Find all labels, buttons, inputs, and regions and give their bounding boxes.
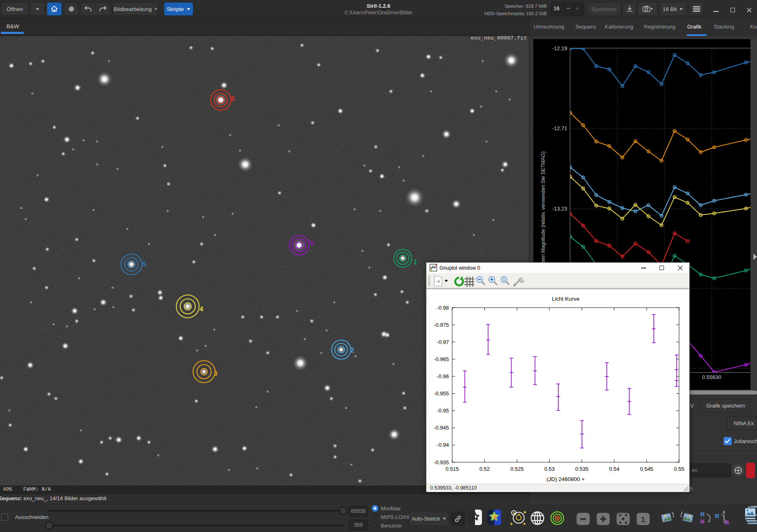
svg-text:4: 4 xyxy=(200,306,203,313)
svg-text:-12.19: -12.19 xyxy=(552,45,567,51)
svg-text:-0.975: -0.975 xyxy=(434,322,449,328)
svg-text:1: 1 xyxy=(641,515,646,524)
svg-text:6: 6 xyxy=(231,95,235,102)
svg-text:0.515: 0.515 xyxy=(446,466,459,472)
svg-text:0.525: 0.525 xyxy=(511,466,524,472)
svg-text:-0.98: -0.98 xyxy=(437,305,449,311)
svg-text:-0.97: -0.97 xyxy=(437,339,449,345)
svg-text:R: R xyxy=(715,512,719,519)
svg-text:0.54: 0.54 xyxy=(609,466,619,472)
svg-text:R: R xyxy=(700,511,705,518)
svg-text:-0.935: -0.935 xyxy=(434,459,449,466)
svg-text:0.545: 0.545 xyxy=(640,466,653,472)
svg-text:-0.96: -0.96 xyxy=(437,373,449,379)
svg-text:3: 3 xyxy=(214,370,218,377)
svg-text:V: V xyxy=(310,240,314,247)
svg-text:exo_neu_00007.fit: exo_neu_00007.fit xyxy=(471,36,527,41)
svg-text:(JD) 2460800 +: (JD) 2460800 + xyxy=(546,476,585,482)
svg-text:0.55: 0.55 xyxy=(674,466,684,472)
svg-text:0.55630: 0.55630 xyxy=(702,374,721,380)
svg-text:5: 5 xyxy=(142,261,146,268)
svg-text:-0.955: -0.955 xyxy=(434,390,449,397)
svg-text:-0.945: -0.945 xyxy=(434,425,449,431)
svg-text:1: 1 xyxy=(503,277,505,282)
svg-text:2: 2 xyxy=(351,347,354,354)
svg-text:0.535: 0.535 xyxy=(575,466,588,472)
svg-text:-12.71: -12.71 xyxy=(552,125,567,131)
svg-text:-13.23: -13.23 xyxy=(552,206,567,212)
svg-text:-0.94: -0.94 xyxy=(437,442,449,448)
svg-text:-0.965: -0.965 xyxy=(434,356,449,362)
svg-text:0.52: 0.52 xyxy=(480,466,490,472)
svg-text:-0.95: -0.95 xyxy=(437,408,449,414)
svg-text:0.53: 0.53 xyxy=(544,466,555,472)
svg-text:Licht Kurve: Licht Kurve xyxy=(552,296,579,302)
svg-text:R: R xyxy=(700,518,705,525)
svg-text:Stern Magnitude (relativ, verw: Stern Magnitude (relativ, verwenden Sie … xyxy=(540,151,546,266)
svg-text:1: 1 xyxy=(413,259,417,266)
